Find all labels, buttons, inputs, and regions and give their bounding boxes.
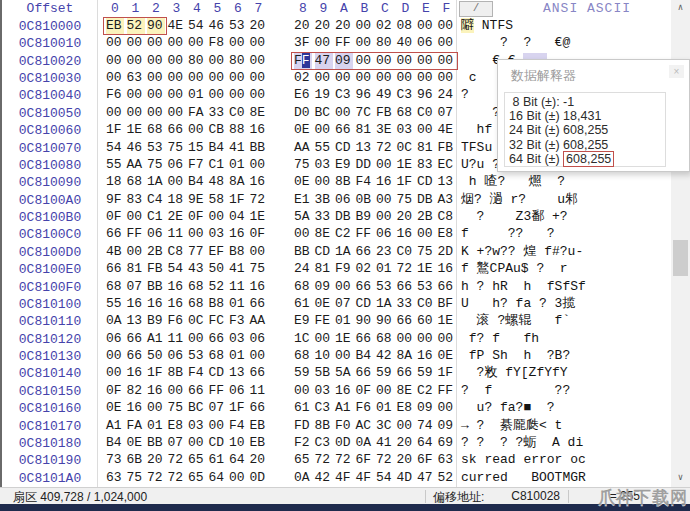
- cursor-nibble[interactable]: F: [302, 53, 310, 68]
- hex-byte[interactable]: 00: [438, 18, 456, 34]
- hex-byte[interactable]: C3: [315, 435, 333, 451]
- hex-byte[interactable]: FE: [315, 313, 333, 329]
- hex-byte[interactable]: 00: [209, 70, 227, 86]
- hex-byte[interactable]: 13: [127, 313, 145, 329]
- hex-byte[interactable]: 00: [335, 105, 353, 121]
- hex-byte[interactable]: 66: [356, 279, 374, 295]
- hex-byte[interactable]: 00: [335, 70, 353, 86]
- hex-byte[interactable]: 64: [229, 452, 247, 468]
- hex-byte[interactable]: 00: [147, 53, 165, 69]
- hex-byte[interactable]: 63: [127, 70, 145, 86]
- hex-byte[interactable]: 66: [127, 331, 145, 347]
- hex-byte[interactable]: 00: [127, 87, 145, 103]
- hex-byte[interactable]: 09: [315, 279, 333, 295]
- ascii-row[interactable]: u? fa?■ ?: [461, 400, 562, 417]
- hex-byte[interactable]: F2: [294, 435, 312, 451]
- hex-byte[interactable]: 8B: [335, 174, 353, 190]
- hex-byte[interactable]: 9F: [106, 192, 124, 208]
- hex-byte[interactable]: 0E: [294, 122, 312, 138]
- hex-byte[interactable]: 0F: [188, 209, 206, 225]
- hex-byte[interactable]: 00: [397, 331, 415, 347]
- hex-byte[interactable]: 3B: [315, 192, 333, 208]
- hex-byte[interactable]: 66: [438, 279, 456, 295]
- hex-byte[interactable]: 00: [106, 348, 124, 364]
- hex-byte[interactable]: 54: [106, 140, 124, 156]
- hex-byte[interactable]: 2E: [168, 209, 186, 225]
- hex-byte[interactable]: 01: [229, 296, 247, 312]
- hex-byte[interactable]: C0: [229, 105, 247, 121]
- hex-byte[interactable]: 00: [229, 470, 247, 486]
- hex-byte[interactable]: 00: [229, 87, 247, 103]
- hex-byte[interactable]: 0E: [127, 435, 145, 451]
- hex-byte[interactable]: BC: [315, 105, 333, 121]
- hex-byte[interactable]: 10: [229, 435, 247, 451]
- hex-byte[interactable]: F4: [229, 418, 247, 434]
- ascii-text[interactable]: NTFS: [474, 18, 544, 33]
- hex-byte[interactable]: 66: [250, 296, 268, 312]
- hex-byte[interactable]: 63: [106, 470, 124, 486]
- hex-byte[interactable]: 00: [209, 87, 227, 103]
- hex-byte[interactable]: 00: [356, 18, 374, 34]
- hex-byte[interactable]: 00: [188, 331, 206, 347]
- hex-byte[interactable]: 16: [250, 174, 268, 190]
- hex-byte[interactable]: 75: [147, 157, 165, 173]
- hex-byte[interactable]: 11: [229, 279, 247, 295]
- hex-byte[interactable]: B8: [229, 244, 247, 260]
- hex-byte[interactable]: 42: [315, 470, 333, 486]
- hex-byte[interactable]: B8: [209, 296, 227, 312]
- hex-byte[interactable]: 00: [106, 35, 124, 51]
- hex-byte[interactable]: 53: [376, 279, 394, 295]
- hex-byte[interactable]: 00: [315, 35, 333, 51]
- hex-byte[interactable]: E8: [397, 400, 415, 416]
- hex-byte[interactable]: 1F: [229, 192, 247, 208]
- hex-byte[interactable]: 1E: [438, 313, 456, 329]
- hex-byte[interactable]: 1E: [127, 122, 145, 138]
- scroll-down-icon[interactable]: ∨: [671, 470, 690, 487]
- hex-byte[interactable]: B4: [188, 174, 206, 190]
- hex-byte[interactable]: E1: [294, 192, 312, 208]
- ascii-text[interactable]: ? Z3鄱 +?: [461, 209, 568, 224]
- hex-byte[interactable]: BB: [147, 435, 165, 451]
- hex-byte[interactable]: FF: [438, 383, 456, 399]
- hex-byte[interactable]: 65: [188, 452, 206, 468]
- hex-byte[interactable]: 66: [335, 122, 353, 138]
- hex-byte[interactable]: 0A: [106, 313, 124, 329]
- hex-byte[interactable]: 16: [397, 226, 415, 242]
- hex-byte[interactable]: 1E: [335, 331, 353, 347]
- hex-byte[interactable]: 49: [376, 87, 394, 103]
- hex-byte[interactable]: 03: [229, 331, 247, 347]
- hex-byte[interactable]: 00: [188, 70, 206, 86]
- ascii-text[interactable]: → ? 綦龎瓞< t: [461, 418, 570, 433]
- hex-byte[interactable]: 00: [315, 174, 333, 190]
- hex-byte[interactable]: 01: [147, 418, 165, 434]
- hex-byte[interactable]: 58: [209, 192, 227, 208]
- hex-byte[interactable]: 0A: [356, 435, 374, 451]
- hex-byte[interactable]: 4E: [168, 18, 186, 34]
- hex-byte[interactable]: 06: [168, 348, 186, 364]
- ascii-text[interactable]: h ? hR h fSfSf: [461, 279, 586, 294]
- hex-byte[interactable]: 04: [229, 209, 247, 225]
- hex-byte[interactable]: 00: [168, 53, 186, 69]
- hex-byte[interactable]: 52: [127, 18, 145, 34]
- hex-byte[interactable]: 42: [376, 348, 394, 364]
- hex-byte[interactable]: 16: [438, 261, 456, 277]
- hex-byte[interactable]: 68: [209, 348, 227, 364]
- hex-byte[interactable]: 68: [294, 279, 312, 295]
- hex-byte[interactable]: 82: [127, 383, 145, 399]
- hex-byte[interactable]: 54: [188, 18, 206, 34]
- hex-byte[interactable]: 1F: [397, 174, 415, 190]
- hex-byte[interactable]: 16: [229, 226, 247, 242]
- hex-byte[interactable]: 00: [376, 70, 394, 86]
- hex-byte[interactable]: FC: [209, 313, 227, 329]
- hex-byte[interactable]: FB: [438, 140, 456, 156]
- hex-byte[interactable]: B9: [147, 313, 165, 329]
- hex-byte[interactable]: 16: [168, 279, 186, 295]
- hex-byte[interactable]: 00: [438, 400, 456, 416]
- hex-byte[interactable]: 02: [376, 18, 394, 34]
- hex-byte[interactable]: 0E: [106, 400, 124, 416]
- hex-byte[interactable]: 33: [397, 296, 415, 312]
- hex-byte[interactable]: 1C: [294, 331, 312, 347]
- hex-byte[interactable]: 64: [417, 435, 435, 451]
- hex-byte[interactable]: 06: [250, 331, 268, 347]
- hex-byte[interactable]: 0D: [335, 435, 353, 451]
